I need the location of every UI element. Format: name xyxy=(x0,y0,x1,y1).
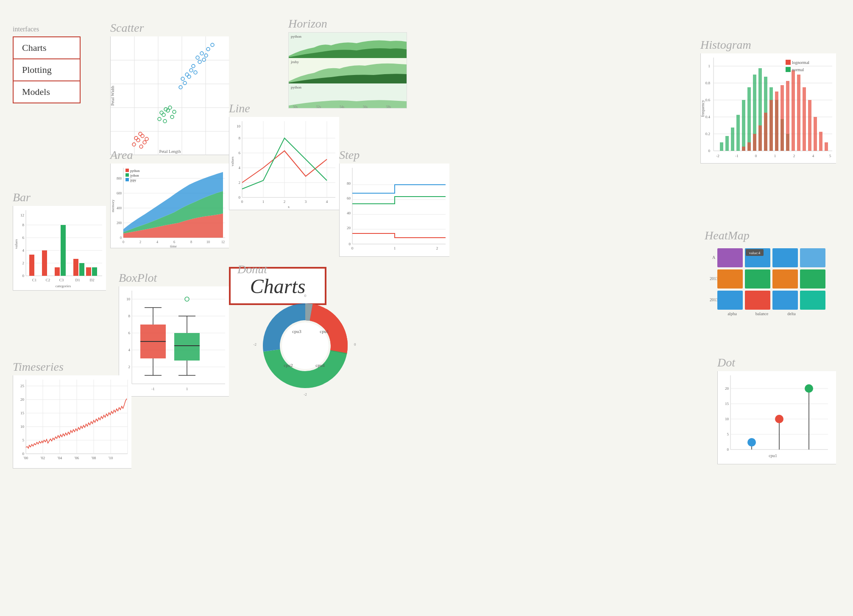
svg-text:8: 8 xyxy=(22,223,25,227)
histogram-section: Histogram xyxy=(700,38,836,164)
svg-text:A: A xyxy=(712,255,716,260)
step-title: Step xyxy=(339,148,449,162)
nav-item-plotting[interactable]: Plotting xyxy=(14,59,80,81)
svg-point-29 xyxy=(192,64,195,68)
svg-text:5: 5 xyxy=(22,438,25,442)
svg-rect-76 xyxy=(758,125,762,151)
svg-rect-249 xyxy=(800,269,825,289)
svg-point-10 xyxy=(137,139,140,142)
svg-text:cpu2: cpu2 xyxy=(284,363,293,368)
svg-text:0: 0 xyxy=(239,195,241,200)
svg-text:2: 2 xyxy=(436,246,438,250)
svg-text:values: values xyxy=(230,156,234,166)
svg-text:6: 6 xyxy=(173,240,175,244)
svg-point-35 xyxy=(200,52,203,55)
svg-text:56s: 56s xyxy=(363,105,368,108)
sidebar: interfaces Charts Plotting Models xyxy=(13,25,81,103)
svg-text:10: 10 xyxy=(20,425,25,429)
svg-text:D1: D1 xyxy=(75,278,80,282)
bar-title: Bar xyxy=(13,191,106,204)
svg-rect-64 xyxy=(742,100,745,151)
svg-text:-2: -2 xyxy=(304,392,307,397)
svg-point-18 xyxy=(162,113,165,117)
svg-text:-2: -2 xyxy=(254,342,257,347)
svg-text:10: 10 xyxy=(725,417,729,421)
svg-text:2: 2 xyxy=(139,240,141,244)
svg-rect-85 xyxy=(808,100,811,151)
svg-point-15 xyxy=(139,145,143,148)
heatmap-svg: A 2013 2013 alpha balance delta value:4 xyxy=(705,244,836,329)
svg-rect-84 xyxy=(803,87,806,151)
histogram-chart: 0 0.2 0.4 0.6 0.8 1 frequency -2 -1 0 1 … xyxy=(700,53,836,164)
svg-point-38 xyxy=(204,54,208,57)
svg-text:60: 60 xyxy=(347,196,351,200)
step-section: Step 0 20 40 60 80 0 1 2 xyxy=(339,148,449,257)
nav-item-charts[interactable]: Charts xyxy=(14,37,80,59)
horizon-chart: python jruby python 50s 52s 54s 56s 58s xyxy=(288,32,407,108)
svg-text:0.4: 0.4 xyxy=(705,115,711,119)
svg-text:6: 6 xyxy=(128,331,131,335)
svg-text:lognormal: lognormal xyxy=(792,60,809,65)
svg-rect-250 xyxy=(717,291,743,310)
svg-text:0.8: 0.8 xyxy=(705,81,711,85)
svg-text:'02: '02 xyxy=(41,456,45,460)
svg-text:-1: -1 xyxy=(735,154,739,158)
svg-rect-179 xyxy=(61,225,66,276)
svg-rect-88 xyxy=(825,142,828,151)
heatmap-container: A 2013 2013 alpha balance delta value:4 xyxy=(705,244,836,337)
svg-text:0: 0 xyxy=(120,236,122,240)
svg-rect-63 xyxy=(736,115,740,151)
scatter-chart: Petal Width Petal Length xyxy=(110,36,229,155)
svg-text:0: 0 xyxy=(241,200,243,204)
svg-text:'10: '10 xyxy=(109,456,113,460)
svg-text:jruby: jruby xyxy=(290,60,299,64)
dot-chart: 0 5 10 15 20 cpu1 xyxy=(717,371,836,464)
heatmap-title: HeatMap xyxy=(705,229,836,242)
svg-point-26 xyxy=(185,73,189,76)
svg-rect-61 xyxy=(725,136,729,151)
svg-rect-248 xyxy=(772,269,798,289)
svg-rect-117 xyxy=(125,178,129,181)
svg-text:frequency: frequency xyxy=(701,100,705,117)
svg-text:0: 0 xyxy=(351,246,354,250)
svg-rect-178 xyxy=(55,267,60,276)
svg-rect-79 xyxy=(775,92,778,151)
svg-point-13 xyxy=(132,143,136,146)
svg-point-31 xyxy=(183,81,187,85)
svg-text:1: 1 xyxy=(708,64,711,68)
svg-text:python: python xyxy=(291,85,302,89)
svg-text:python: python xyxy=(291,34,302,39)
area-title: Area xyxy=(110,148,229,162)
svg-rect-83 xyxy=(797,75,800,151)
svg-text:2: 2 xyxy=(793,154,795,158)
svg-rect-214 xyxy=(174,333,200,361)
svg-point-25 xyxy=(181,77,184,80)
svg-rect-113 xyxy=(125,169,129,172)
svg-rect-242 xyxy=(772,248,798,267)
svg-text:C3: C3 xyxy=(59,278,64,282)
svg-text:2013: 2013 xyxy=(710,276,718,281)
svg-text:'00: '00 xyxy=(24,456,28,460)
svg-rect-183 xyxy=(92,267,97,276)
svg-text:cpu3: cpu3 xyxy=(292,329,301,334)
svg-point-8 xyxy=(134,136,138,140)
boxplot-chart: 0 2 4 6 8 10 -1 1 xyxy=(119,286,229,397)
svg-rect-77 xyxy=(764,113,767,151)
bar-chart: 0 2 4 6 8 12 values C1 C2 C3 D1 D2 categ… xyxy=(13,206,106,291)
horizon-title: Horizon xyxy=(288,17,407,31)
svg-text:0: 0 xyxy=(354,342,356,347)
svg-text:C2: C2 xyxy=(46,278,50,282)
svg-rect-80 xyxy=(781,85,784,151)
line-section: Line 0 2 4 6 8 10 values 0 xyxy=(229,102,339,210)
svg-point-288 xyxy=(747,438,756,447)
svg-text:0.2: 0.2 xyxy=(705,132,710,136)
svg-point-14 xyxy=(145,137,148,141)
nav-item-models[interactable]: Models xyxy=(14,81,80,103)
svg-text:jython: jython xyxy=(130,174,139,178)
svg-text:600: 600 xyxy=(117,191,122,195)
svg-text:6: 6 xyxy=(239,151,241,155)
svg-text:8: 8 xyxy=(190,240,192,244)
donut-section: Donut cpu1 cpu4 cpu2 xyxy=(237,263,373,413)
svg-point-21 xyxy=(170,115,174,119)
svg-text:'08: '08 xyxy=(92,456,96,460)
